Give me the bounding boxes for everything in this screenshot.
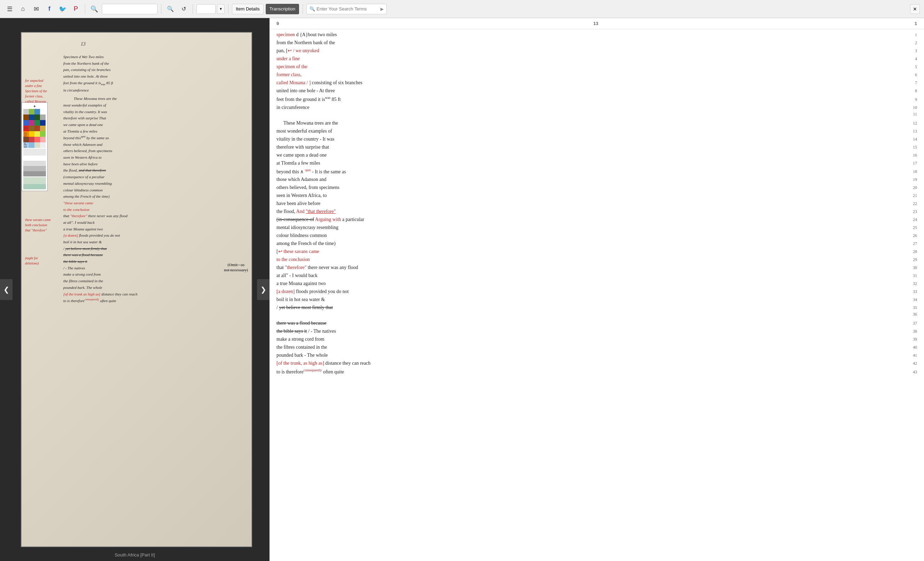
zoom-in-icon[interactable]: 🔍 xyxy=(165,3,176,15)
trans-line-43: to is thereforeconsequently often quite … xyxy=(270,367,924,376)
page-number-box: 0013 ▼ xyxy=(196,4,225,14)
trans-line-7: called Mouana / ] consisting of six bran… xyxy=(270,79,924,87)
toolbar-separator-4 xyxy=(228,4,228,14)
main-content: + xyxy=(0,18,924,561)
toolbar: ☰ ⌂ ✉ f 🐦 P 🔍 🔍 ↺ 0013 ▼ Item Details Tr… xyxy=(0,0,924,18)
main-search-input[interactable] xyxy=(102,4,158,14)
search-arrow-icon[interactable]: ▶ xyxy=(381,7,384,12)
trans-line-33: [a dozen] floods provided you do not 33 xyxy=(270,287,924,295)
image-area: + xyxy=(0,18,270,561)
trans-line-4: under a fine 4 xyxy=(270,55,924,63)
transcription-search-input[interactable] xyxy=(316,6,379,12)
twitter-icon[interactable]: 🐦 xyxy=(57,3,68,15)
trans-line-40: the fibres contained in the 40 xyxy=(270,343,924,351)
left-margin-annotation-3: (mght for deletions) xyxy=(25,256,70,266)
mail-icon[interactable]: ✉ xyxy=(31,3,42,15)
manuscript-image: + xyxy=(21,32,252,547)
trans-line-17: at Tlomtla a few miles 17 xyxy=(270,159,924,167)
trans-line-30: that "therefore" there never was any flo… xyxy=(270,263,924,271)
prev-page-button[interactable]: ❮ xyxy=(0,279,12,300)
next-page-button[interactable]: ❯ xyxy=(257,279,270,300)
trans-line-27: among the French of the time) 27 xyxy=(270,239,924,247)
trans-line-6: former class, 6 xyxy=(270,71,924,79)
trans-line-22: have been alive before 22 xyxy=(270,199,924,208)
col-header-1: 1 xyxy=(903,21,924,26)
trans-line-31: at all" - I would back 31 xyxy=(270,271,924,280)
trans-line-42: [of the trunk, as high as] distance they… xyxy=(270,359,924,367)
page-number-input[interactable]: 0013 xyxy=(196,4,216,14)
search-icon[interactable]: 🔍 xyxy=(88,3,100,15)
col-header-9: 9 xyxy=(270,21,586,26)
item-details-button[interactable]: Item Details xyxy=(232,4,264,14)
column-headers: 9 13 1 xyxy=(270,18,924,29)
trans-line-19: those which Adanson and 19 xyxy=(270,175,924,183)
toolbar-separator-2 xyxy=(161,4,161,14)
trans-line-10: in circumference 10 xyxy=(270,103,924,111)
trans-line-41: pounded bark - The whole 41 xyxy=(270,351,924,359)
trans-line-38: the bible says it / - The natives 38 xyxy=(270,327,924,335)
manuscript-text-main: Specimen d Wet Two miles from the Northe… xyxy=(63,54,241,304)
transcription-button[interactable]: Transcription xyxy=(266,4,299,14)
page-number-dropdown[interactable]: ▼ xyxy=(217,4,225,14)
trans-line-20: others believed, from specimens 20 xyxy=(270,183,924,191)
close-button[interactable]: ✕ xyxy=(910,4,920,14)
trans-line-23: the flood, And "that therefore" 23 xyxy=(270,208,924,215)
trans-line-12: These Mowana trees are the 12 xyxy=(270,119,924,127)
trans-line-26: colour blindness common 26 xyxy=(270,232,924,239)
trans-line-14: vitality in the country - It was 14 xyxy=(270,135,924,143)
trans-line-2: from the Northern bank of the 2 xyxy=(270,39,924,47)
trans-line-21: seen in Western Africa, to 21 xyxy=(270,191,924,199)
trans-line-1: specimen d {A}bout two miles 1 xyxy=(270,31,924,39)
col-header-13: 13 xyxy=(586,21,903,26)
trans-line-16: we came upon a dead one 16 xyxy=(270,151,924,159)
trans-text-red: specimen xyxy=(276,32,295,37)
refresh-icon[interactable]: ↺ xyxy=(178,3,189,15)
trans-line-25: mental idiosyncrasy resembling 25 xyxy=(270,223,924,232)
facebook-icon[interactable]: f xyxy=(44,3,55,15)
trans-line-37: there was a flood because 37 xyxy=(270,319,924,327)
trans-line-15: therefore with surprise that 15 xyxy=(270,143,924,151)
pinterest-icon[interactable]: P xyxy=(70,3,81,15)
left-margin-annotation-2: these savans came both conclusion that "… xyxy=(25,217,70,233)
trans-line-9: feet from the ground it iswas 85 ft 9 xyxy=(270,95,924,103)
toolbar-separator-3 xyxy=(193,4,193,14)
trans-line-29: to the conclusion 29 xyxy=(270,256,924,263)
omit-box: (Omit - as not necessary) xyxy=(224,262,248,273)
trans-line-13: most wonderful examples of 13 xyxy=(270,127,924,135)
transcription-panel[interactable]: 9 13 1 specimen d {A}bout two miles 1 fr… xyxy=(270,18,924,561)
trans-line-32: a true Moana against two 32 xyxy=(270,280,924,287)
trans-line-8: united into one bole - At three 8 xyxy=(270,87,924,95)
trans-line-35: / yet believe most firmly that 35 xyxy=(270,304,924,311)
trans-line-34: boil it in hot sea water & 34 xyxy=(270,295,924,304)
transcription-search-box[interactable]: 🔍 ▶ xyxy=(306,4,387,14)
trans-line-11: 11 xyxy=(270,111,924,119)
toolbar-separator-5 xyxy=(303,4,303,14)
trans-line-36: 36 xyxy=(270,311,924,319)
toolbar-separator xyxy=(85,4,85,14)
trans-line-3: pan, [↩ / we unyoked 3 xyxy=(270,47,924,55)
search-icon-small: 🔍 xyxy=(309,6,315,12)
home-icon[interactable]: ⌂ xyxy=(17,3,28,15)
page-number-manuscript: 13 xyxy=(81,41,86,47)
trans-line-18: beyond this ∧ spot - It is the same as 1… xyxy=(270,167,924,176)
left-margin-annotation: for unpacked under a fine Specimen of th… xyxy=(25,78,70,104)
trans-line-24: (in-consequence-of Arguing with a partic… xyxy=(270,215,924,223)
image-caption: South Africa [Part II] xyxy=(115,552,155,558)
opcard-label: OPCARD Q xyxy=(23,127,28,148)
image-panel: + xyxy=(0,18,270,561)
menu-icon[interactable]: ☰ xyxy=(4,3,15,15)
trans-line-5: specimen of the 5 xyxy=(270,63,924,71)
trans-line-39: make a strong cord from 39 xyxy=(270,335,924,343)
transcription-content: specimen d {A}bout two miles 1 from the … xyxy=(270,29,924,377)
trans-line-28: [↩ these savans came 28 xyxy=(270,247,924,256)
